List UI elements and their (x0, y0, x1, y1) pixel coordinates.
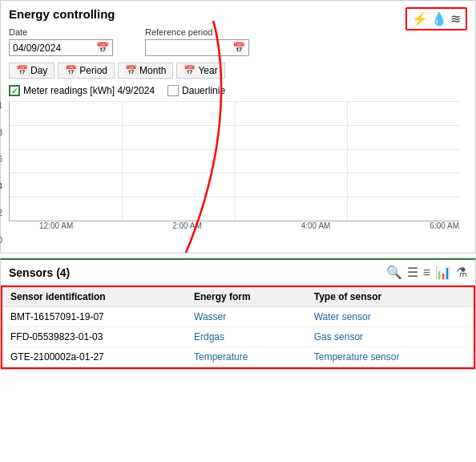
lightning-icon[interactable]: ⚡ (412, 11, 428, 26)
sensor-id-3: GTE-2100002a-01-27 (2, 347, 186, 367)
x-label-12am: 12:00 AM (39, 221, 73, 230)
sensors-header: Sensors (4) 🔍 ☰ ≡ 📊 ⚗ (1, 260, 475, 286)
ref-group: Reference period 📅 (145, 27, 249, 56)
y-label-06: 0.6 (0, 155, 2, 164)
vgrid-2 (235, 101, 236, 221)
col-sensor-id: Sensor identification (2, 287, 186, 307)
y-label-08: 0.8 (0, 128, 2, 137)
date-group: Date 04/09/2024 📅 (9, 27, 113, 56)
meter-checkbox[interactable] (9, 85, 20, 96)
date-label: Date (9, 27, 113, 37)
ref-input[interactable]: 📅 (145, 39, 249, 56)
date-input[interactable]: 04/09/2024 📅 (9, 39, 113, 56)
ref-calendar-icon[interactable]: 📅 (232, 42, 245, 54)
col-energy-form: Energy form (186, 287, 306, 307)
ref-label: Reference period (145, 27, 249, 37)
y-label-0: 0 (0, 236, 2, 245)
sensor-type-3: Temperature sensor (306, 347, 474, 367)
energy-form-2: Erdgas (186, 327, 306, 347)
x-label-6am: 6:00 AM (430, 221, 459, 230)
energy-form-1: Wasser (186, 307, 306, 327)
sensors-table: Sensor identification Energy form Type o… (2, 287, 474, 367)
meter-label: Meter readings [kWh] 4/9/2024 (23, 85, 155, 96)
funnel-icon[interactable]: ⚗ (456, 265, 467, 280)
y-label-04: 0.4 (0, 182, 2, 191)
sensor-toolbar: 🔍 ☰ ≡ 📊 ⚗ (386, 265, 467, 280)
period-tabs: 📅 Day 📅 Period 📅 Month 📅 Year (9, 63, 467, 79)
sensor-id-2: FFD-05539823-01-03 (2, 327, 186, 347)
day-calendar-icon: 📅 (16, 65, 28, 76)
col-sensor-type: Type of sensor (306, 287, 474, 307)
vgrid-1 (122, 101, 123, 221)
x-label-2am: 2:00 AM (172, 221, 202, 230)
table-row[interactable]: FFD-05539823-01-03 Erdgas Gas sensor (2, 327, 474, 347)
tab-month-label: Month (139, 65, 166, 76)
date-row: Date 04/09/2024 📅 Reference period 📅 (9, 27, 467, 56)
search-icon[interactable]: 🔍 (386, 265, 402, 280)
wave-icon[interactable]: ≋ (450, 11, 461, 26)
dauer-checkbox[interactable] (167, 85, 179, 96)
sensor-type-2: Gas sensor (306, 327, 474, 347)
date-value: 04/09/2024 (13, 43, 96, 54)
page-title: Energy controlling (9, 7, 467, 21)
tab-period-label: Period (79, 65, 107, 76)
filter-list-icon[interactable]: ☰ (407, 265, 418, 280)
y-label-1: 1 (0, 101, 2, 110)
bottom-panel: Sensors (4) 🔍 ☰ ≡ 📊 ⚗ Sensor identificat… (0, 258, 476, 370)
tab-year-label: Year (198, 65, 217, 76)
table-row[interactable]: BMT-16157091-19-07 Wasser Water sensor (2, 307, 474, 327)
dauer-check[interactable]: Dauerlinie (167, 85, 225, 96)
table-header-row: Sensor identification Energy form Type o… (2, 287, 474, 307)
calendar-icon[interactable]: 📅 (96, 42, 109, 54)
tab-period[interactable]: 📅 Period (58, 63, 115, 79)
tab-year[interactable]: 📅 Year (176, 63, 224, 79)
water-drop-icon[interactable]: 💧 (431, 11, 447, 26)
sensor-id-1: BMT-16157091-19-07 (2, 307, 186, 327)
table-icon[interactable]: ≡ (423, 265, 430, 280)
dauer-label: Dauerlinie (182, 85, 225, 96)
year-calendar-icon: 📅 (184, 65, 196, 76)
meter-readings-check[interactable]: Meter readings [kWh] 4/9/2024 (9, 85, 155, 96)
energy-form-3: Temperature (186, 347, 306, 367)
table-row[interactable]: GTE-2100002a-01-27 Temperature Temperatu… (2, 347, 474, 367)
chart-bar-icon[interactable]: 📊 (435, 265, 451, 280)
y-label-02: 0.2 (0, 209, 2, 217)
tab-day-label: Day (30, 65, 47, 76)
x-axis: 12:00 AM 2:00 AM 4:00 AM 6:00 AM (39, 221, 459, 230)
sensors-title: Sensors (4) (9, 266, 70, 279)
sensors-table-container: Sensor identification Energy form Type o… (1, 286, 475, 369)
x-label-4am: 4:00 AM (301, 221, 331, 230)
period-calendar-icon: 📅 (65, 65, 77, 76)
energy-icon-group[interactable]: ⚡ 💧 ≋ (405, 7, 467, 30)
top-panel: Energy controlling ⚡ 💧 ≋ Date 04/09/2024… (0, 0, 476, 253)
vgrid-3 (347, 101, 348, 221)
sensor-type-1: Water sensor (306, 307, 474, 327)
month-calendar-icon: 📅 (125, 65, 137, 76)
checkbox-row: Meter readings [kWh] 4/9/2024 Dauerlinie (9, 85, 467, 96)
tab-month[interactable]: 📅 Month (118, 63, 173, 79)
y-axis: 1 0.8 0.6 0.4 0.2 0 (0, 101, 2, 246)
tab-day[interactable]: 📅 Day (9, 63, 54, 79)
